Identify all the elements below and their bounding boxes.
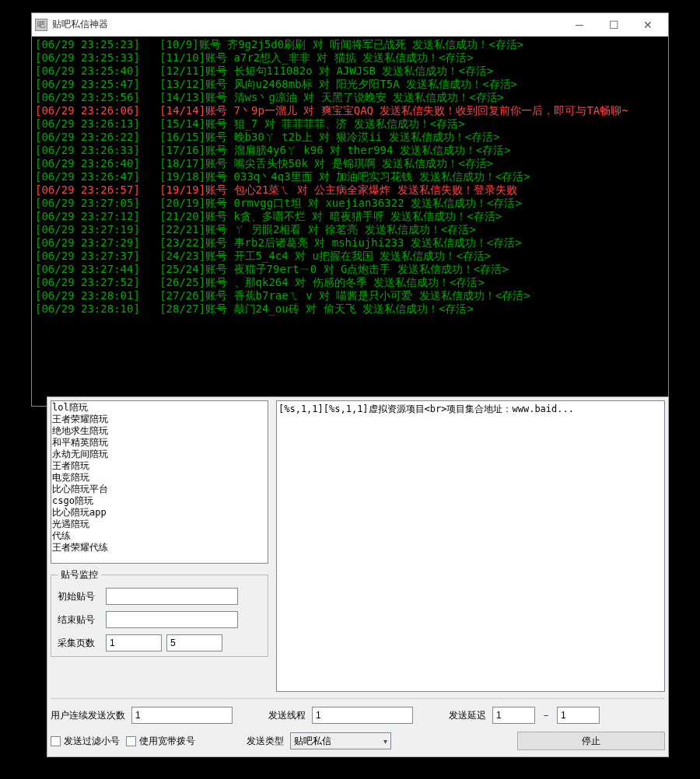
log-line: [06/29 23:26:33] [17/16]账号 溜肩膀4y6ㄚ k96 对… (35, 144, 665, 157)
log-line: [06/29 23:27:37] [24/23]账号 开工5_4c4 对 u把握… (35, 250, 665, 263)
maximize-button[interactable]: ☐ (597, 14, 631, 36)
log-line: [06/29 23:28:10] [28/27]账号 敲门24_ou砖 对 偷天… (35, 302, 665, 316)
log-line: [06/29 23:26:22] [16/15]账号 晚b30ㄚ t2b上 对 … (35, 131, 665, 144)
monitor-fieldset: 贴号监控 初始贴号 结束贴号 采集页数 (51, 568, 268, 657)
log-line: [06/29 23:28:01] [27/26]账号 香蕉b7raeㄟ v 对 … (35, 289, 665, 302)
keyword-listbox[interactable]: lol陪玩王者荣耀陪玩绝地求生陪玩和平精英陪玩永劫无间陪玩王者陪玩电竞陪玩比心陪… (51, 400, 268, 564)
pages-to-input[interactable] (166, 634, 222, 651)
dial-checkbox[interactable]: 使用宽带拨号 (126, 735, 195, 748)
stop-button[interactable]: 停止 (517, 732, 665, 750)
delay-to-input[interactable] (557, 707, 600, 724)
start-post-input[interactable] (106, 588, 238, 605)
list-item[interactable]: lol陪玩 (52, 402, 267, 414)
log-line: [06/29 23:26:57] [19/19]账号 包心21菜ㄟ 对 公主病全… (35, 183, 665, 197)
list-item[interactable]: csgo陪玩 (52, 495, 267, 507)
log-line: [06/29 23:26:13] [15/14]账号 狙_7 对 菲菲菲菲、济 … (35, 117, 665, 131)
log-console[interactable]: [06/29 23:25:23] [10/9]账号 齐9g2j5d0刷刷 对 听… (32, 37, 668, 406)
log-line: [06/29 23:27:29] [23/22]账号 事rb2后诸葛亮 对 ms… (35, 236, 665, 250)
pages-from-input[interactable] (106, 634, 162, 651)
log-line: [06/29 23:25:23] [10/9]账号 齐9g2j5d0刷刷 对 听… (35, 38, 665, 51)
log-line: [06/29 23:27:12] [21/20]账号 k贪、多嚼不烂 对 暗夜猎… (35, 210, 665, 223)
end-post-input[interactable] (106, 611, 238, 628)
list-item[interactable]: 绝地求生陪玩 (52, 425, 267, 437)
log-line: [06/29 23:25:56] [14/13]账号 清ws丶g凉油 对 天黑了… (35, 91, 665, 104)
message-template-box[interactable]: [%s,1,1][%s,1,1]虚拟资源项目<br>项目集合地址：www.bai… (276, 400, 665, 692)
settings-panel: lol陪玩王者荣耀陪玩绝地求生陪玩和平精英陪玩永劫无间陪玩王者陪玩电竞陪玩比心陪… (47, 396, 669, 757)
delay-label: 发送延迟 (449, 709, 486, 722)
list-item[interactable]: 王者荣耀代练 (52, 542, 267, 554)
start-post-label: 初始贴号 (58, 590, 101, 603)
list-item[interactable]: 王者陪玩 (52, 460, 267, 472)
list-item[interactable]: 比心陪玩app (52, 507, 267, 519)
log-line: [06/29 23:27:44] [25/24]账号 夜猫子79ertㄧ0 对 … (35, 263, 665, 276)
log-line: [06/29 23:25:40] [12/11]账号 长短句111082o 对 … (35, 65, 665, 78)
log-line: [06/29 23:27:05] [20/19]账号 0rmvgg口t坦 对 x… (35, 197, 665, 210)
window-title: 贴吧私信神器 (52, 18, 562, 31)
log-line: [06/29 23:26:40] [18/17]账号 嘴尖舌头快50k 对 是锦… (35, 157, 665, 170)
list-item[interactable]: 比心陪玩平台 (52, 484, 267, 495)
app-icon: 吧 (35, 19, 47, 31)
log-line: [06/29 23:27:52] [26/25]账号 、那qk264 对 伤感的… (35, 276, 665, 289)
send-count-label: 用户连续发送次数 (51, 709, 125, 722)
threads-input[interactable] (312, 707, 413, 724)
send-type-select[interactable]: 贴吧私信 ▾ (290, 732, 391, 749)
list-item[interactable]: 王者荣耀陪玩 (52, 414, 267, 425)
end-post-label: 结束贴号 (58, 613, 101, 627)
list-item[interactable]: 电竞陪玩 (52, 472, 267, 484)
send-count-input[interactable] (131, 707, 233, 724)
list-item[interactable]: 和平精英陪玩 (52, 437, 267, 449)
list-item[interactable]: 代练 (52, 530, 267, 542)
log-line: [06/29 23:25:47] [13/12]账号 风向u2468mb标 对 … (35, 78, 665, 91)
log-line: [06/29 23:26:06] [14/14]账号 7丶9p一溜儿 对 爽宝宝… (35, 104, 665, 117)
close-button[interactable]: ✕ (631, 14, 665, 36)
chevron-down-icon: ▾ (383, 737, 387, 746)
threads-label: 发送线程 (268, 709, 306, 722)
console-window: 吧 贴吧私信神器 ─ ☐ ✕ [06/29 23:25:23] [10/9]账号… (31, 12, 669, 407)
log-line: [06/29 23:26:47] [19/18]账号 033q丶4q3里面 对 … (35, 170, 665, 183)
filter-checkbox[interactable]: 发送过滤小号 (51, 735, 120, 748)
monitor-legend: 贴号监控 (58, 568, 101, 582)
delay-from-input[interactable] (492, 707, 535, 724)
pages-label: 采集页数 (58, 637, 101, 650)
send-type-label: 发送类型 (247, 735, 284, 748)
log-line: [06/29 23:27:19] [22/21]账号 ㄚ 另眼2相看 对 徐茗亮… (35, 223, 665, 236)
log-line: [06/29 23:25:33] [11/10]账号 a7r2想入_非非 对 猫… (35, 51, 665, 65)
list-item[interactable]: 永劫无间陪玩 (52, 449, 267, 460)
delay-dash: － (541, 709, 551, 722)
minimize-button[interactable]: ─ (562, 14, 597, 36)
list-item[interactable]: 光遇陪玩 (52, 519, 267, 530)
titlebar[interactable]: 吧 贴吧私信神器 ─ ☐ ✕ (32, 13, 668, 37)
